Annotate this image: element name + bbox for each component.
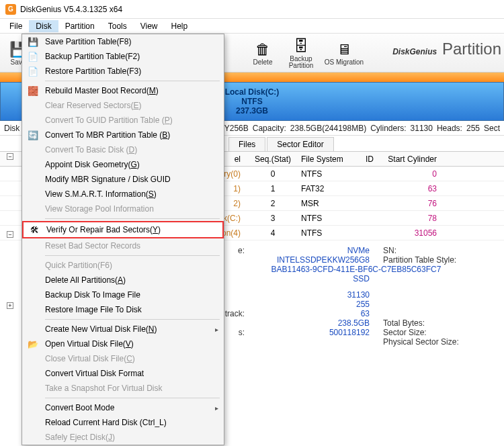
disk-capacity: 238.5GB(244198MB) (290, 124, 366, 133)
menu-item-icon: 📄 (25, 50, 41, 62)
app-icon (5, 4, 16, 15)
menu-separator (45, 81, 220, 81)
menu-item-icon: 🛠 (26, 224, 42, 236)
menu-item: Quick Partition(F6) (22, 258, 224, 273)
menu-item-label: Rebuild Master Boot Record(M) (41, 86, 217, 95)
menu-item-label: Convert Virtual Disk Format (41, 369, 217, 378)
menu-item-icon (25, 259, 41, 271)
menu-item-label: Verify Or Repair Bad Sectors(Y) (42, 225, 216, 234)
menu-item-label: Backup Partition Table(F2) (41, 52, 217, 61)
tree-expand-icon[interactable]: − (7, 153, 13, 160)
menu-item[interactable]: Delete All Partitions(A) (22, 273, 224, 287)
backup-partition-button[interactable]: 🗄 Backup Partition (282, 37, 320, 69)
menu-item-icon (25, 203, 41, 215)
menu-item[interactable]: 💾Save Partition Table(F8) (22, 34, 224, 49)
menu-item: Take a Snapshot For Virtual Disk (22, 381, 224, 396)
menu-item[interactable]: Convert Boot Mode (22, 400, 224, 415)
menu-item[interactable]: 📄Restore Partition Table(F3) (22, 64, 224, 79)
menu-item-label: Modify MBR Signature / Disk GUID (41, 175, 217, 184)
menu-item[interactable]: 📄Backup Partition Table(F2) (22, 49, 224, 64)
menu-item[interactable]: 🔄Convert To MBR Partition Table (B) (22, 128, 224, 142)
menu-separator (45, 319, 220, 320)
menu-item-label: View S.M.A.R.T. Information(S) (41, 189, 217, 199)
menu-view[interactable]: View (134, 20, 165, 32)
menu-item-label: Open Virtual Disk File(V) (41, 339, 217, 349)
menu-item[interactable]: Modify MBR Signature / Disk GUID (22, 172, 224, 187)
menu-item-label: Close Virtual Disk File(C) (41, 354, 217, 363)
menu-item-label: Take a Snapshot For Virtual Disk (41, 384, 217, 393)
menu-item-label: Convert To GUID Partition Table (P) (41, 116, 217, 125)
menu-item[interactable]: Backup Disk To Image File (22, 287, 224, 302)
menu-item-label: Safely Eject Disk(J) (41, 433, 217, 442)
menu-disk[interactable]: Disk (29, 20, 58, 32)
window-title: DiskGenius V5.4.3.1325 x64 (20, 5, 122, 14)
menu-item-icon (25, 382, 41, 394)
tree-expand-icon[interactable]: − (7, 231, 13, 238)
disk-sectors-label: Sect (484, 124, 500, 133)
disk-heads: 255 (466, 124, 480, 133)
menu-item: Safely Eject Disk(J) (22, 430, 224, 445)
menu-item-icon (25, 274, 41, 286)
menu-item-label: Reset Bad Sector Records (41, 241, 217, 251)
menu-item-icon (25, 367, 41, 380)
menu-item-icon: 💾 (25, 36, 41, 48)
menu-item-icon (25, 114, 41, 126)
menu-separator (45, 398, 220, 398)
menu-item-icon (25, 416, 41, 429)
menu-item-icon (25, 99, 41, 112)
delete-button[interactable]: 🗑 Delete (246, 37, 280, 69)
menu-file[interactable]: File (3, 20, 29, 32)
menu-item-label: Save Partition Table(F8) (41, 37, 217, 46)
menu-item-icon (25, 173, 41, 185)
menu-item[interactable]: 🧱Rebuild Master Boot Record(M) (22, 83, 224, 98)
menu-item[interactable]: Restore Image File To Disk (22, 302, 224, 317)
migration-icon: 🖥 (335, 40, 353, 59)
menubar: FileDiskPartitionToolsViewHelp (0, 19, 504, 34)
disk-cylinders: 31130 (411, 124, 433, 133)
menu-item-icon (25, 144, 41, 156)
menu-separator (45, 218, 220, 219)
menu-item-label: Create New Virtual Disk File(N) (41, 324, 217, 334)
menu-separator (45, 255, 220, 256)
tab-files[interactable]: Files (228, 137, 265, 151)
brand-logo: DiskGenius Partition (392, 38, 501, 59)
menu-item-icon (25, 431, 41, 443)
menu-item[interactable]: Appoint Disk Geometry(G) (22, 157, 224, 172)
menu-item-icon (25, 159, 41, 171)
tree-sidebar: − − + (0, 148, 20, 314)
menu-item: Convert To GUID Partition Table (P) (22, 113, 224, 128)
menu-item-icon (25, 289, 41, 301)
menu-item-icon (25, 323, 41, 335)
menu-item-icon: 🧱 (25, 85, 41, 97)
menu-item-label: View Storage Pool Information (41, 204, 217, 214)
backup-label: Backup Partition (289, 56, 314, 69)
menu-item-label: Restore Partition Table(F3) (41, 66, 217, 76)
os-migration-button[interactable]: 🖥 OS Migration (323, 37, 366, 69)
menu-tools[interactable]: Tools (101, 20, 134, 32)
menu-item-label: Appoint Disk Geometry(G) (41, 160, 217, 169)
menu-item[interactable]: View S.M.A.R.T. Information(S) (22, 187, 224, 202)
menu-item-label: Convert Boot Mode (41, 403, 217, 412)
menu-item: Reset Bad Sector Records (22, 238, 224, 253)
menu-item-label: Convert To MBR Partition Table (B) (41, 130, 217, 140)
titlebar: DiskGenius V5.4.3.1325 x64 (0, 0, 504, 19)
menu-item-icon: 📄 (25, 65, 41, 77)
menu-item[interactable]: Create New Virtual Disk File(N) (22, 322, 224, 337)
menu-item: Close Virtual Disk File(C) (22, 351, 224, 366)
menu-item-icon: 📂 (25, 338, 41, 350)
menu-item[interactable]: Reload Current Hard Disk (Ctrl_L) (22, 415, 224, 430)
tree-expand-icon[interactable]: + (7, 302, 13, 309)
disk-label: Disk (4, 124, 19, 133)
menu-item-icon: 🔄 (25, 129, 41, 141)
menu-item-icon (25, 240, 41, 252)
menu-item-icon (25, 304, 41, 316)
trash-icon: 🗑 (253, 40, 272, 59)
menu-item[interactable]: Convert Virtual Disk Format (22, 366, 224, 381)
menu-item: Clear Reserved Sectors(E) (22, 98, 224, 113)
menu-item-icon (25, 402, 41, 414)
tab-sector-editor[interactable]: Sector Editor (267, 137, 333, 151)
menu-partition[interactable]: Partition (58, 20, 101, 32)
menu-item[interactable]: 📂Open Virtual Disk File(V) (22, 337, 224, 351)
menu-help[interactable]: Help (165, 20, 195, 32)
menu-item[interactable]: 🛠Verify Or Repair Bad Sectors(Y) (22, 221, 224, 238)
